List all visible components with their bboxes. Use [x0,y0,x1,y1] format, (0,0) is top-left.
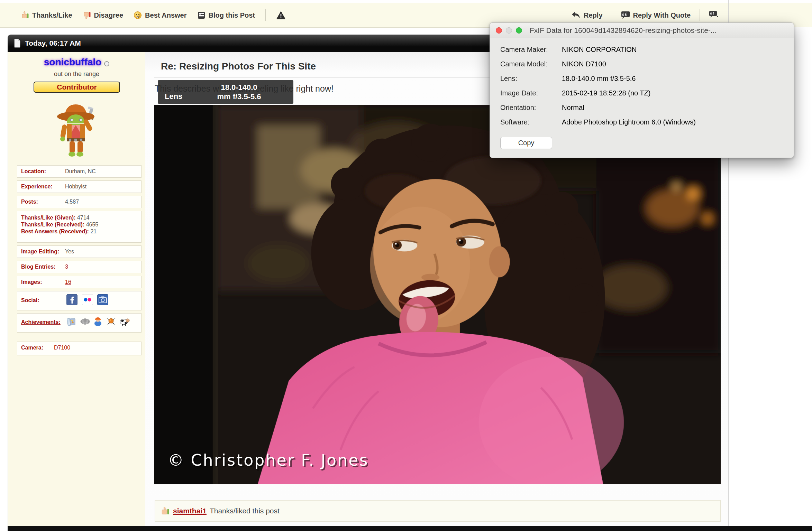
stat-value: 4,587 [65,199,79,205]
images-link[interactable]: 16 [65,279,71,285]
camera-link[interactable]: D7100 [54,345,70,351]
reply-button[interactable]: Reply [572,11,602,19]
blog-icon [197,11,206,19]
post-date: Today, 06:17 AM [25,39,81,47]
report-post-button[interactable] [276,11,286,20]
fxif-data-popup: FxIF Data for 160049d1432894620-resizing… [490,22,794,158]
lens-tooltip-value: 18.0-140.0 mm f/3.5-5.6 [196,83,282,101]
disagree-button[interactable]: Disagree [83,11,124,19]
quote-bubble-icon [621,11,630,19]
lens-value-line1: 18.0-140.0 [221,83,257,92]
photo-stack-icon [66,316,77,328]
thanks-like-button[interactable]: Thanks/Like [21,11,72,19]
thanking-user-link[interactable]: siamthai1 [173,507,207,515]
stat-value: 4714 [77,215,90,221]
button-label: Reply With Quote [633,11,691,19]
reply-arrow-icon [572,11,581,19]
flickr-icon[interactable] [82,294,93,307]
contributor-badge: Contributor [34,82,120,93]
copy-button[interactable]: Copy [500,137,552,149]
lens-value-line2: mm f/3.5-5.6 [217,92,261,101]
exif-label: Image Date: [500,89,538,97]
minimize-button [506,27,512,34]
exif-value: 2015-02-19 18:52:28 (no TZ) [562,89,650,97]
worker-icon [93,316,103,328]
camera-social-icon[interactable] [97,294,108,307]
stat-row-posts: Posts:4,587 [17,196,142,208]
stat-label: Thanks/Like (Given): [21,215,75,221]
toolbar-right-group: Reply Reply With Quote [572,9,719,21]
exif-row-image-date: Image Date: 2015-02-19 18:52:28 (no TZ) [490,89,794,98]
button-label: Blog this Post [209,11,255,19]
button-label: Best Answer [145,11,186,19]
photo-girl-pink-shirt: © Christopher F. Jones © Christopher F. … [154,105,721,484]
exif-row-camera-maker: Camera Maker: NIKON CORPORATION [490,46,794,55]
blog-entries-link[interactable]: 3 [65,264,68,270]
facebook-icon[interactable] [66,294,77,307]
stat-row-image-editing: Image Editing:Yes [17,245,142,258]
stat-row-camera: Camera:D7100 [17,342,142,355]
button-label: Disagree [94,11,124,19]
exif-value: NIKON CORPORATION [562,46,637,54]
stat-label: Best Answers (Received): [21,229,89,234]
user-avatar[interactable] [51,102,103,161]
newspaper-icon [80,317,90,327]
stat-label: Social: [21,297,65,304]
post-title: Re: Resizing Photos For This Site [161,61,316,72]
stat-row-experience: Experience:Hobbyist [17,180,142,193]
lens-tooltip-label: Lens [165,92,182,101]
blog-this-post-button[interactable]: Blog this Post [197,11,255,19]
button-label: Reply [584,11,602,19]
stat-label: Image Editing: [21,249,65,255]
multi-quote-button[interactable] [709,11,719,20]
stat-row-thanks: Thanks/Like (Given): 4714 Thanks/Like (R… [17,211,142,243]
post-thanks-footer: siamthai1 Thanks/liked this post [155,500,721,522]
button-label: Thanks/Like [32,11,72,19]
stat-label: Experience: [21,184,65,190]
stat-value: 4655 [86,222,99,227]
online-status-icon [104,61,109,66]
thanks-footer-text: Thanks/liked this post [210,507,280,515]
thumbs-up-icon [161,506,170,515]
stat-label: Posts: [21,199,65,205]
smiley-icon [134,11,142,19]
best-answer-button[interactable]: Best Answer [134,11,186,19]
stat-value: Hobbyist [65,184,86,189]
exif-value: 18.0-140.0 mm f/3.5-5.6 [562,75,636,83]
next-post-bar [8,526,812,531]
exif-row-orientation: Orientation: Normal [490,104,794,113]
stat-label: Blog Entries: [21,264,65,270]
toolbar-left-group: Thanks/Like Disagree Best Answer [21,9,286,21]
close-button[interactable] [496,27,502,34]
username-link[interactable]: sonicbuffalo [44,57,101,67]
android-cowboy-avatar [51,102,103,159]
exif-value: Adobe Photoshop Lightroom 6.0 (Windows) [562,118,696,126]
achievements-link[interactable]: Achievements: [21,319,65,325]
thumbs-down-icon [83,11,91,19]
multiquote-bubble-icon [709,11,719,20]
stat-label: Images: [21,279,65,285]
popup-title: FxIF Data for 160049d1432894620-resizing… [530,26,717,35]
stat-row-achievements: Achievements: [17,313,142,333]
spiky-ball-icon [106,317,116,328]
photo-watermark: © Christopher F. Jones [168,451,369,469]
zoom-button[interactable] [516,27,522,34]
reply-with-quote-button[interactable]: Reply With Quote [621,11,691,19]
forum-page: Thanks/Like Disagree Best Answer [0,0,812,531]
lens-tooltip: Lens 18.0-140.0 mm f/3.5-5.6 [158,80,293,104]
exif-label: Camera Model: [500,60,548,68]
stat-row-blog-entries: Blog Entries:3 [17,261,142,273]
stat-row-images: Images:16 [17,276,142,288]
stat-value: Yes [65,249,74,254]
user-title: out on the range [8,71,145,78]
thumbs-up-icon [21,11,29,19]
stat-row-social: Social: [17,291,142,310]
toolbar-divider [700,9,700,21]
toolbar-divider [612,9,612,21]
page-icon [14,39,21,48]
popup-titlebar[interactable]: FxIF Data for 160049d1432894620-resizing… [490,23,794,38]
exif-label: Camera Maker: [500,46,548,54]
exif-label: Software: [500,118,529,126]
attached-photo[interactable]: © Christopher F. Jones © Christopher F. … [154,105,721,484]
exif-label: Orientation: [500,104,536,112]
